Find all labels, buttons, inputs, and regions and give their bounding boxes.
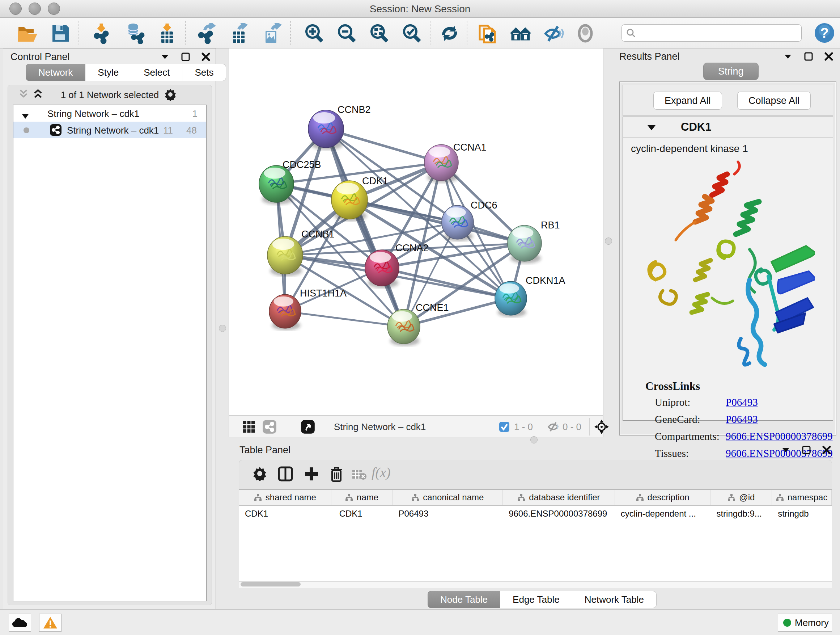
collection-label: String Network – cdk1 bbox=[47, 108, 139, 119]
zoom-in-icon[interactable] bbox=[303, 23, 325, 44]
crosshair-icon[interactable] bbox=[594, 419, 609, 436]
collapse-all-button[interactable]: Collapse All bbox=[737, 92, 811, 110]
delete-table-icon[interactable] bbox=[352, 470, 366, 482]
column-header-database-identifier[interactable]: database identifier bbox=[503, 490, 615, 505]
results-actions-bar: Expand All Collapse All bbox=[622, 85, 833, 116]
float-panel-icon[interactable] bbox=[804, 52, 813, 63]
node-label-CDC25B: CDC25B bbox=[283, 159, 321, 170]
show-all-icon[interactable] bbox=[575, 23, 597, 44]
column-header-label: database identifier bbox=[529, 492, 600, 502]
crosslink-row: GeneCard:P06493 bbox=[623, 413, 833, 431]
close-panel-icon[interactable] bbox=[824, 52, 834, 63]
column-header-namespac[interactable]: namespac bbox=[772, 490, 832, 505]
table-horizontal-scrollbar[interactable] bbox=[239, 581, 832, 588]
delete-column-icon[interactable] bbox=[329, 466, 344, 484]
expand-all-button[interactable]: Expand All bbox=[653, 92, 722, 110]
tab-sets[interactable]: Sets bbox=[182, 64, 226, 81]
gear-icon[interactable] bbox=[164, 88, 177, 103]
right-splitter-handle[interactable] bbox=[605, 238, 612, 245]
node-CCNA1[interactable]: CCNA1 bbox=[424, 142, 486, 182]
collapse-panel-icon[interactable] bbox=[160, 52, 170, 63]
hidden-eye-icon[interactable] bbox=[546, 421, 560, 434]
hide-selected-icon[interactable] bbox=[542, 23, 564, 44]
toolbar-separator bbox=[290, 21, 291, 44]
edge-CCNA2-CDKN1A[interactable] bbox=[382, 268, 511, 298]
memory-button[interactable]: Memory bbox=[778, 614, 832, 632]
refresh-icon[interactable] bbox=[439, 23, 461, 44]
float-panel-icon[interactable] bbox=[181, 52, 190, 63]
node-label-CDK1: CDK1 bbox=[362, 176, 388, 187]
tab-edge-table[interactable]: Edge Table bbox=[500, 591, 572, 608]
export-table-icon[interactable] bbox=[229, 23, 251, 44]
table-cell: cyclin-dependent ... bbox=[615, 506, 711, 522]
crosslink-label: Uniprot: bbox=[655, 396, 690, 409]
grid-view-icon[interactable] bbox=[243, 421, 255, 434]
node-HIST1H1A[interactable]: HIST1H1A bbox=[269, 288, 347, 330]
scrollbar-thumb[interactable] bbox=[240, 582, 301, 586]
node-table: shared namenamecanonical namedatabase id… bbox=[239, 489, 832, 581]
export-network-icon[interactable] bbox=[196, 23, 218, 44]
table-row[interactable]: CDK1CDK1P064939606.ENSP00000378699cyclin… bbox=[239, 506, 832, 522]
network-graph[interactable]: CCNB2CCNA1CDC25BCDK1CDC6RB1CCNB1CCNA2CDK… bbox=[229, 49, 603, 415]
column-header-canonical-name[interactable]: canonical name bbox=[393, 490, 503, 505]
import-table-icon[interactable] bbox=[156, 23, 179, 44]
tree-expand-icon[interactable] bbox=[21, 111, 29, 122]
tab-style[interactable]: Style bbox=[85, 64, 131, 81]
warning-button[interactable] bbox=[39, 614, 62, 632]
node-RB1[interactable]: RB1 bbox=[508, 220, 560, 263]
close-panel-icon[interactable] bbox=[822, 445, 831, 456]
import-network-database-icon[interactable] bbox=[124, 23, 146, 44]
zoom-out-icon[interactable] bbox=[336, 23, 358, 44]
section-collapse-icon[interactable] bbox=[647, 124, 656, 133]
network-canvas[interactable]: CCNB2CCNA1CDC25BCDK1CDC6RB1CCNB1CCNA2CDK… bbox=[229, 48, 603, 416]
float-panel-icon[interactable] bbox=[802, 445, 811, 456]
node-label-HIST1H1A: HIST1H1A bbox=[300, 288, 347, 299]
gene-section-header[interactable]: CDK1 bbox=[623, 117, 833, 138]
table-settings-gear-icon[interactable] bbox=[252, 466, 267, 483]
tab-string[interactable]: String bbox=[703, 63, 759, 80]
network-row[interactable]: String Network – cdk1 11 48 bbox=[13, 122, 206, 138]
collapse-panel-icon[interactable] bbox=[783, 52, 793, 63]
show-columns-icon[interactable] bbox=[278, 466, 294, 483]
add-column-icon[interactable] bbox=[303, 466, 319, 483]
gene-section: CDK1 cyclin-dependent kinase 1 bbox=[622, 117, 833, 421]
tab-node-table[interactable]: Node Table bbox=[428, 591, 500, 608]
network-tree: String Network – cdk1 1 String Network –… bbox=[13, 105, 207, 601]
node-label-CDKN1A: CDKN1A bbox=[526, 275, 565, 286]
collapse-panel-icon[interactable] bbox=[781, 445, 790, 456]
zoom-selected-icon[interactable] bbox=[401, 23, 423, 44]
open-session-icon[interactable] bbox=[16, 23, 39, 44]
node-CCNB2[interactable]: CCNB2 bbox=[308, 104, 371, 150]
node-CDKN1A[interactable]: CDKN1A bbox=[495, 275, 565, 317]
column-header--id[interactable]: @id bbox=[711, 490, 772, 505]
column-header-description[interactable]: description bbox=[615, 490, 711, 505]
close-panel-icon[interactable] bbox=[201, 52, 210, 63]
network-collection-row[interactable]: String Network – cdk1 1 bbox=[13, 105, 206, 122]
left-splitter-handle[interactable] bbox=[219, 325, 226, 332]
crosslink-link[interactable]: P06493 bbox=[726, 396, 758, 409]
save-session-icon[interactable] bbox=[49, 23, 71, 44]
import-network-file-icon[interactable] bbox=[91, 23, 114, 44]
edge-HIST1H1A-CCNE1[interactable] bbox=[285, 311, 404, 326]
clone-network-icon[interactable] bbox=[477, 23, 499, 44]
cloud-button[interactable] bbox=[9, 614, 31, 632]
node-CDC25B[interactable]: CDC25B bbox=[259, 159, 321, 204]
search-input[interactable] bbox=[638, 26, 799, 40]
tab-select[interactable]: Select bbox=[131, 64, 182, 81]
birdseye-view-icon[interactable] bbox=[301, 420, 315, 435]
table-cell: 9606.ENSP00000378699 bbox=[503, 506, 615, 522]
tab-network[interactable]: Network bbox=[26, 64, 85, 81]
zoom-fit-icon[interactable] bbox=[368, 23, 391, 44]
search-field[interactable] bbox=[622, 24, 802, 42]
share-view-icon[interactable] bbox=[262, 420, 277, 435]
function-builder-button[interactable]: f(x) bbox=[371, 464, 391, 480]
selected-checkbox-icon[interactable] bbox=[499, 421, 510, 434]
crosslink-label: GeneCard: bbox=[655, 413, 700, 425]
column-header-shared-name[interactable]: shared name bbox=[239, 490, 332, 505]
crosslink-link[interactable]: P06493 bbox=[726, 413, 758, 425]
export-image-icon[interactable] bbox=[261, 23, 284, 44]
column-header-name[interactable]: name bbox=[332, 490, 393, 505]
help-icon[interactable]: ? bbox=[814, 22, 836, 43]
tab-network-table[interactable]: Network Table bbox=[572, 591, 657, 608]
first-neighbors-icon[interactable] bbox=[509, 23, 532, 44]
